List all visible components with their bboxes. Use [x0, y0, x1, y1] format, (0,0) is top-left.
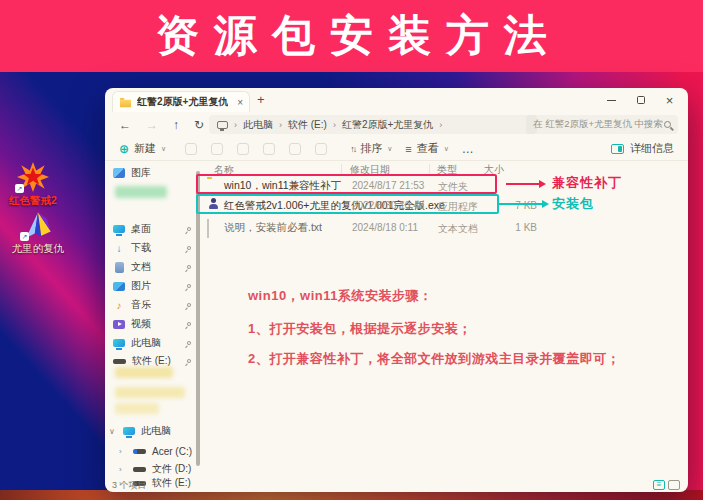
details-pane-button[interactable]: 详细信息 — [611, 141, 674, 156]
pin-icon — [186, 264, 192, 270]
sidebar-item-this-pc-pinned[interactable]: 此电脑 — [113, 335, 197, 351]
thumbnail-view-icon[interactable] — [668, 480, 680, 490]
details-pane-icon — [611, 144, 624, 154]
breadcrumb-current-folder[interactable]: 红警2原版+尤里复仇 — [342, 118, 433, 132]
chevron-right-icon — [333, 120, 336, 130]
command-bar: 新建 排序 查看 — [105, 137, 688, 161]
column-divider — [341, 164, 342, 175]
sidebar-item-videos[interactable]: 视频 — [113, 316, 197, 332]
drive-icon — [113, 359, 126, 364]
more-options-icon[interactable] — [462, 142, 474, 156]
chevron-down-icon[interactable] — [109, 427, 117, 436]
delete-icon — [315, 143, 327, 155]
new-tab-button[interactable] — [257, 92, 265, 107]
list-view-icon[interactable] — [653, 480, 665, 490]
pin-icon — [186, 321, 192, 327]
blurred-sidebar-item — [115, 387, 185, 398]
chevron-right-icon — [234, 120, 237, 130]
close-button[interactable] — [655, 88, 684, 112]
file-date: 2024/8/17 21:53 — [352, 180, 424, 191]
column-header-size[interactable]: 大小 — [484, 163, 504, 177]
refresh-icon[interactable] — [194, 118, 204, 132]
sort-button[interactable]: 排序 — [350, 141, 392, 156]
sidebar-item-label: 文档 — [131, 260, 151, 274]
banner-title: 资源包安装方法 — [141, 7, 562, 65]
tab-close-icon[interactable] — [237, 97, 243, 108]
breadcrumb-drive-e[interactable]: 软件 (E:) — [288, 118, 327, 132]
sidebar-item-gallery[interactable]: 图库 — [113, 165, 197, 181]
breadcrumb-this-pc[interactable]: 此电脑 — [243, 118, 273, 132]
file-name: 说明，安装前必看.txt — [224, 221, 322, 235]
search-icon — [664, 121, 671, 128]
sidebar-item-label: 视频 — [131, 317, 151, 331]
annotation-patch-label: 兼容性补丁 — [552, 174, 622, 192]
file-row-installer-exe[interactable]: 红色警戒2v1.006+尤里的复仇v1.001完全版.exe 2022/6/30… — [200, 196, 688, 214]
pin-icon — [186, 340, 192, 346]
chevron-down-icon — [444, 145, 449, 153]
up-icon[interactable] — [173, 118, 179, 132]
sidebar-item-label: 图片 — [131, 279, 151, 293]
sidebar-tree-this-pc[interactable]: 此电脑 — [109, 423, 193, 439]
sidebar-tree-drive-c[interactable]: Acer (C:) — [119, 443, 203, 459]
disabled-file-actions — [185, 143, 327, 155]
shortcut-arrow-icon — [15, 184, 24, 193]
file-date: 2024/8/18 0:11 — [352, 222, 418, 233]
desktop-background: 红色警戒2 尤里的复仇 红警2原版+尤里复仇 — [0, 72, 703, 500]
view-button[interactable]: 查看 — [405, 141, 449, 156]
rename-icon — [263, 143, 275, 155]
steps-heading: win10，win11系统安装步骤： — [248, 287, 433, 305]
forward-icon — [146, 118, 158, 132]
cut-icon — [185, 143, 197, 155]
breadcrumb[interactable]: 此电脑 软件 (E:) 红警2原版+尤里复仇 — [209, 115, 537, 134]
chevron-right-icon — [439, 120, 442, 130]
sidebar-item-label: 此电脑 — [131, 336, 161, 350]
sidebar-item-music[interactable]: 音乐 — [113, 297, 197, 313]
drive-icon — [133, 449, 146, 454]
this-pc-icon — [217, 121, 228, 129]
pin-icon — [186, 358, 192, 364]
column-header-type[interactable]: 类型 — [437, 163, 457, 177]
chevron-down-icon — [161, 145, 166, 153]
minimize-button[interactable] — [597, 88, 626, 112]
sort-icon — [350, 144, 355, 154]
this-pc-icon — [123, 427, 135, 435]
music-icon — [113, 300, 125, 311]
search-placeholder: 在 红警2原版+尤里复仇 中搜索 — [533, 118, 664, 131]
search-box[interactable]: 在 红警2原版+尤里复仇 中搜索 — [526, 115, 678, 134]
back-icon[interactable] — [119, 118, 131, 132]
annotation-installer-label: 安装包 — [552, 195, 594, 213]
file-row-readme-txt[interactable]: 说明，安装前必看.txt 2024/8/18 0:11 文本文档 1 KB — [200, 218, 688, 236]
new-button[interactable]: 新建 — [119, 141, 166, 156]
red-alert-2-icon — [17, 162, 49, 192]
column-header-date[interactable]: 修改日期 — [350, 163, 390, 177]
nav-buttons — [119, 112, 204, 137]
column-header-name[interactable]: 名称 — [214, 163, 234, 177]
download-icon — [113, 243, 125, 254]
sidebar-item-desktop[interactable]: 桌面 — [113, 221, 197, 237]
sidebar-item-pictures[interactable]: 图片 — [113, 278, 197, 294]
view-icon — [405, 143, 411, 155]
blurred-sidebar-item — [115, 367, 173, 378]
sidebar-item-downloads[interactable]: 下载 — [113, 240, 197, 256]
desktop-icon — [113, 225, 125, 233]
file-name: win10，win11兼容性补丁 — [224, 179, 341, 193]
navigation-pane: 图库 桌面 下载 文档 — [105, 161, 200, 478]
yuris-revenge-icon — [22, 210, 54, 240]
shortcut-arrow-icon — [20, 232, 29, 241]
share-icon — [289, 143, 301, 155]
column-divider — [429, 164, 430, 175]
sidebar-item-label: 下载 — [131, 241, 151, 255]
sidebar-item-label: Acer (C:) — [152, 446, 192, 457]
chevron-down-icon — [387, 145, 392, 153]
pin-icon — [186, 302, 192, 308]
chevron-right-icon[interactable] — [119, 465, 127, 474]
desktop-shortcut-yuris-revenge[interactable]: 尤里的复仇 — [7, 210, 69, 256]
desktop-shortcut-red-alert-2[interactable]: 红色警戒2 — [2, 162, 64, 208]
maximize-button[interactable] — [626, 88, 655, 112]
tab-title: 红警2原版+尤里复仇 — [137, 95, 228, 109]
explorer-tab[interactable]: 红警2原版+尤里复仇 — [112, 91, 250, 112]
banner: 资源包安装方法 — [0, 0, 703, 72]
sidebar-item-label: 此电脑 — [141, 424, 171, 438]
chevron-right-icon[interactable] — [119, 447, 127, 456]
sidebar-item-documents[interactable]: 文档 — [113, 259, 197, 275]
